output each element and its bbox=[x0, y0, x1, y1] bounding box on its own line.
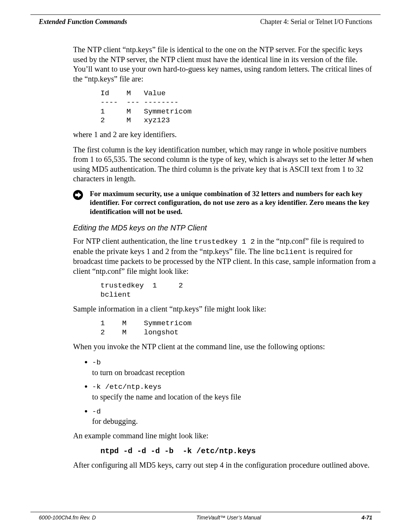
code-block-ntpkeys-sample: 1 M Symmetricom 2 M longshot bbox=[100, 319, 376, 337]
text-segment: The first column is the key identificati… bbox=[73, 145, 366, 164]
paragraph-where: where 1 and 2 are key identifiers. bbox=[73, 130, 376, 140]
header-right: Chapter 4: Serial or Telnet I/O Function… bbox=[260, 18, 372, 26]
list-item: -b to turn on broadcast reception bbox=[92, 357, 376, 377]
footer-center: TimeVault™ User’s Manual bbox=[196, 514, 261, 521]
option-desc: for debugging. bbox=[92, 417, 138, 425]
option-desc: to specify the name and location of the … bbox=[92, 393, 241, 401]
footer-right: 4-71 bbox=[362, 514, 372, 521]
inline-code-bclient: bclient bbox=[276, 248, 307, 256]
list-item: -d for debugging. bbox=[92, 406, 376, 427]
paragraph-invoke: When you invoke the NTP client at the co… bbox=[73, 342, 376, 352]
option-desc: to turn on broadcast reception bbox=[92, 368, 185, 377]
paragraph-columns: The first column is the key identificati… bbox=[73, 145, 376, 184]
paragraph-example-cmd: An example command line might look like: bbox=[73, 431, 376, 441]
subheading-editing-md5: Editing the MD5 keys on the NTP Client bbox=[73, 223, 376, 233]
code-block-ntpconf: trustedkey 1 2 bclient bbox=[100, 281, 376, 300]
content: The NTP client “ntp.keys” file is identi… bbox=[30, 26, 381, 512]
paragraph-client-auth: For NTP client authentication, the line … bbox=[73, 236, 376, 276]
text-italic-m: M bbox=[348, 155, 354, 163]
paragraph-after-config: After configuring all MD5 keys, carry ou… bbox=[73, 460, 376, 470]
command-text: ntpd -d -d -d -b -k /etc/ntp.keys bbox=[100, 447, 256, 455]
option-code: -b bbox=[92, 358, 101, 367]
page-footer: 6000-100Ch4.fm Rev. D TimeVault™ User’s … bbox=[30, 512, 381, 521]
page-header: Extended Function Commands Chapter 4: Se… bbox=[30, 15, 381, 26]
footer-left: 6000-100Ch4.fm Rev. D bbox=[39, 514, 96, 521]
body: The NTP client “ntp.keys” file is identi… bbox=[73, 45, 376, 470]
note-callout: For maximum security, use a unique combi… bbox=[73, 189, 376, 216]
inline-code-trustedkey: trustedkey 1 2 bbox=[194, 238, 255, 246]
note-text: For maximum security, use a unique combi… bbox=[90, 189, 376, 216]
command-line-example: ntpd -d -d -d -b -k /etc/ntp.keys bbox=[100, 446, 376, 456]
list-item: -k /etc/ntp.keys to specify the name and… bbox=[92, 381, 376, 402]
options-list: -b to turn on broadcast reception -k /et… bbox=[84, 357, 376, 427]
option-code: -d bbox=[92, 407, 101, 416]
option-code: -k /etc/ntp.keys bbox=[92, 383, 161, 391]
header-left: Extended Function Commands bbox=[39, 18, 127, 26]
paragraph-intro: The NTP client “ntp.keys” file is identi… bbox=[73, 45, 376, 84]
code-block-ntpkeys-header: Id M Value ---- --- -------- 1 M Symmetr… bbox=[100, 89, 376, 125]
arrow-right-icon bbox=[73, 190, 83, 200]
paragraph-sample-keys: Sample information in a client “ntp.keys… bbox=[73, 304, 376, 314]
page: Extended Function Commands Chapter 4: Se… bbox=[0, 0, 411, 532]
text-segment: For NTP client authentication, the line bbox=[73, 237, 194, 245]
